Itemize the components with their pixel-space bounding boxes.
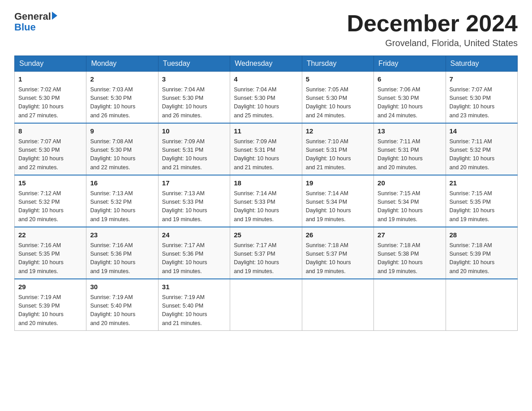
day-info: Sunrise: 7:05 AMSunset: 5:30 PMDaylight:… — [306, 86, 370, 120]
day-info: Sunrise: 7:15 AMSunset: 5:35 PMDaylight:… — [450, 189, 514, 224]
calendar-cell: 31Sunrise: 7:19 AMSunset: 5:40 PMDayligh… — [158, 279, 230, 331]
calendar-cell: 3Sunrise: 7:04 AMSunset: 5:30 PMDaylight… — [158, 72, 230, 124]
day-info: Sunrise: 7:13 AMSunset: 5:32 PMDaylight:… — [90, 189, 154, 224]
day-info: Sunrise: 7:19 AMSunset: 5:40 PMDaylight:… — [90, 293, 154, 328]
weekday-header-monday: Monday — [86, 56, 158, 72]
page-header: General Blue December 2024 Groveland, Fl… — [14, 11, 518, 48]
day-info: Sunrise: 7:02 AMSunset: 5:30 PMDaylight:… — [18, 86, 82, 120]
day-number: 29 — [18, 282, 82, 292]
calendar-cell: 30Sunrise: 7:19 AMSunset: 5:40 PMDayligh… — [86, 279, 158, 331]
day-info: Sunrise: 7:08 AMSunset: 5:30 PMDaylight:… — [90, 137, 154, 172]
calendar-cell: 21Sunrise: 7:15 AMSunset: 5:35 PMDayligh… — [446, 175, 517, 227]
day-number: 12 — [306, 126, 370, 137]
calendar-cell: 26Sunrise: 7:18 AMSunset: 5:37 PMDayligh… — [302, 227, 373, 279]
day-number: 8 — [18, 126, 82, 137]
day-number: 16 — [90, 178, 154, 188]
logo: General Blue — [14, 11, 57, 32]
day-number: 22 — [18, 230, 82, 240]
calendar-cell: 16Sunrise: 7:13 AMSunset: 5:32 PMDayligh… — [86, 175, 158, 227]
day-number: 17 — [162, 178, 226, 188]
calendar-cell: 18Sunrise: 7:14 AMSunset: 5:33 PMDayligh… — [230, 175, 302, 227]
day-info: Sunrise: 7:03 AMSunset: 5:30 PMDaylight:… — [90, 86, 154, 120]
calendar-week-row: 22Sunrise: 7:16 AMSunset: 5:35 PMDayligh… — [15, 227, 518, 279]
calendar-cell: 29Sunrise: 7:19 AMSunset: 5:39 PMDayligh… — [15, 279, 86, 331]
day-number: 10 — [162, 126, 226, 137]
day-info: Sunrise: 7:16 AMSunset: 5:35 PMDaylight:… — [18, 241, 82, 276]
calendar-cell: 13Sunrise: 7:11 AMSunset: 5:31 PMDayligh… — [374, 123, 446, 175]
day-number: 7 — [450, 74, 514, 85]
calendar-cell: 4Sunrise: 7:04 AMSunset: 5:30 PMDaylight… — [230, 72, 302, 124]
calendar-cell: 2Sunrise: 7:03 AMSunset: 5:30 PMDaylight… — [86, 72, 158, 124]
calendar-cell: 22Sunrise: 7:16 AMSunset: 5:35 PMDayligh… — [15, 227, 86, 279]
calendar-cell: 27Sunrise: 7:18 AMSunset: 5:38 PMDayligh… — [374, 227, 446, 279]
day-info: Sunrise: 7:11 AMSunset: 5:32 PMDaylight:… — [450, 137, 514, 172]
day-number: 18 — [234, 178, 298, 188]
logo-arrow-icon — [52, 12, 57, 20]
day-number: 27 — [378, 230, 442, 240]
calendar-cell: 19Sunrise: 7:14 AMSunset: 5:34 PMDayligh… — [302, 175, 373, 227]
logo-blue-text: Blue — [14, 22, 36, 32]
weekday-header-friday: Friday — [374, 56, 446, 72]
day-info: Sunrise: 7:06 AMSunset: 5:30 PMDaylight:… — [378, 86, 442, 120]
day-info: Sunrise: 7:14 AMSunset: 5:33 PMDaylight:… — [234, 189, 298, 224]
weekday-header-wednesday: Wednesday — [230, 56, 302, 72]
calendar-table: SundayMondayTuesdayWednesdayThursdayFrid… — [14, 56, 518, 331]
calendar-cell: 20Sunrise: 7:15 AMSunset: 5:34 PMDayligh… — [374, 175, 446, 227]
day-number: 25 — [234, 230, 298, 240]
day-number: 15 — [18, 178, 82, 188]
calendar-week-row: 29Sunrise: 7:19 AMSunset: 5:39 PMDayligh… — [15, 279, 518, 331]
calendar-cell: 10Sunrise: 7:09 AMSunset: 5:31 PMDayligh… — [158, 123, 230, 175]
calendar-cell: 14Sunrise: 7:11 AMSunset: 5:32 PMDayligh… — [446, 123, 517, 175]
month-title: December 2024 — [347, 11, 518, 36]
day-number: 14 — [450, 126, 514, 137]
day-number: 13 — [378, 126, 442, 137]
calendar-cell: 7Sunrise: 7:07 AMSunset: 5:30 PMDaylight… — [446, 72, 517, 124]
day-number: 3 — [162, 74, 226, 85]
location-subtitle: Groveland, Florida, United States — [347, 38, 518, 48]
day-info: Sunrise: 7:19 AMSunset: 5:39 PMDaylight:… — [18, 293, 82, 328]
day-info: Sunrise: 7:17 AMSunset: 5:36 PMDaylight:… — [162, 241, 226, 276]
day-number: 5 — [306, 74, 370, 85]
calendar-cell — [446, 279, 517, 331]
calendar-cell — [230, 279, 302, 331]
day-info: Sunrise: 7:04 AMSunset: 5:30 PMDaylight:… — [162, 86, 226, 120]
calendar-week-row: 15Sunrise: 7:12 AMSunset: 5:32 PMDayligh… — [15, 175, 518, 227]
calendar-cell: 28Sunrise: 7:18 AMSunset: 5:39 PMDayligh… — [446, 227, 517, 279]
calendar-cell — [302, 279, 373, 331]
day-number: 30 — [90, 282, 154, 292]
day-info: Sunrise: 7:19 AMSunset: 5:40 PMDaylight:… — [162, 293, 226, 328]
day-info: Sunrise: 7:10 AMSunset: 5:31 PMDaylight:… — [306, 137, 370, 172]
day-info: Sunrise: 7:11 AMSunset: 5:31 PMDaylight:… — [378, 137, 442, 172]
day-number: 20 — [378, 178, 442, 188]
calendar-cell: 11Sunrise: 7:09 AMSunset: 5:31 PMDayligh… — [230, 123, 302, 175]
calendar-cell: 5Sunrise: 7:05 AMSunset: 5:30 PMDaylight… — [302, 72, 373, 124]
weekday-header-saturday: Saturday — [446, 56, 517, 72]
day-info: Sunrise: 7:18 AMSunset: 5:39 PMDaylight:… — [450, 241, 514, 276]
calendar-cell: 17Sunrise: 7:13 AMSunset: 5:33 PMDayligh… — [158, 175, 230, 227]
title-block: December 2024 Groveland, Florida, United… — [347, 11, 518, 48]
weekday-header-tuesday: Tuesday — [158, 56, 230, 72]
day-info: Sunrise: 7:14 AMSunset: 5:34 PMDaylight:… — [306, 189, 370, 224]
day-info: Sunrise: 7:09 AMSunset: 5:31 PMDaylight:… — [162, 137, 226, 172]
day-number: 2 — [90, 74, 154, 85]
day-number: 4 — [234, 74, 298, 85]
day-info: Sunrise: 7:07 AMSunset: 5:30 PMDaylight:… — [450, 86, 514, 120]
day-info: Sunrise: 7:16 AMSunset: 5:36 PMDaylight:… — [90, 241, 154, 276]
calendar-cell: 9Sunrise: 7:08 AMSunset: 5:30 PMDaylight… — [86, 123, 158, 175]
day-info: Sunrise: 7:18 AMSunset: 5:38 PMDaylight:… — [378, 241, 442, 276]
calendar-cell: 15Sunrise: 7:12 AMSunset: 5:32 PMDayligh… — [15, 175, 86, 227]
day-number: 26 — [306, 230, 370, 240]
weekday-header-sunday: Sunday — [15, 56, 86, 72]
calendar-cell: 6Sunrise: 7:06 AMSunset: 5:30 PMDaylight… — [374, 72, 446, 124]
day-number: 21 — [450, 178, 514, 188]
calendar-cell: 23Sunrise: 7:16 AMSunset: 5:36 PMDayligh… — [86, 227, 158, 279]
day-info: Sunrise: 7:18 AMSunset: 5:37 PMDaylight:… — [306, 241, 370, 276]
day-info: Sunrise: 7:04 AMSunset: 5:30 PMDaylight:… — [234, 86, 298, 120]
day-number: 19 — [306, 178, 370, 188]
calendar-cell: 25Sunrise: 7:17 AMSunset: 5:37 PMDayligh… — [230, 227, 302, 279]
weekday-header-thursday: Thursday — [302, 56, 373, 72]
day-info: Sunrise: 7:13 AMSunset: 5:33 PMDaylight:… — [162, 189, 226, 224]
day-number: 28 — [450, 230, 514, 240]
logo-general-text: General — [14, 11, 51, 22]
calendar-cell: 12Sunrise: 7:10 AMSunset: 5:31 PMDayligh… — [302, 123, 373, 175]
